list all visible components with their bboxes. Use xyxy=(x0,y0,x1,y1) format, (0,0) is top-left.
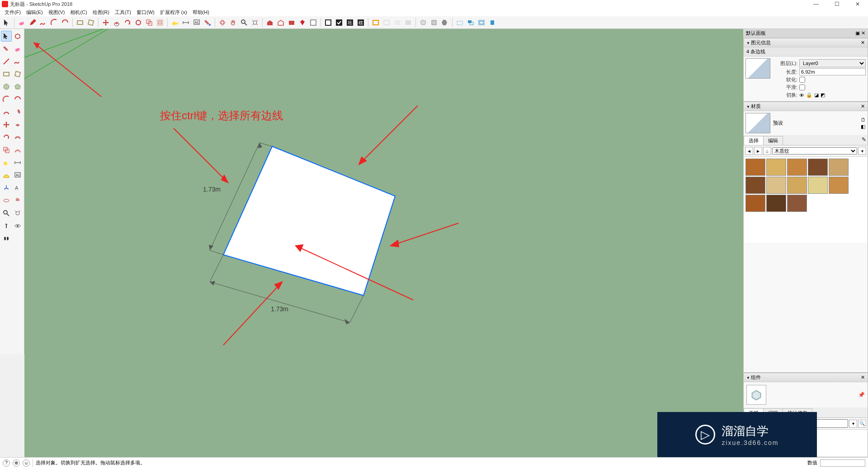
section-plane-icon[interactable] xyxy=(371,18,381,28)
rectangle-icon[interactable] xyxy=(75,18,85,28)
zoom-tool-icon[interactable] xyxy=(1,208,12,219)
move-icon[interactable] xyxy=(101,18,111,28)
pin-icon[interactable]: 📌 xyxy=(858,392,865,398)
text-tool-icon[interactable]: A1 xyxy=(13,170,24,181)
walk-tool-icon[interactable] xyxy=(1,233,12,244)
warehouse2-icon[interactable] xyxy=(276,18,286,28)
lookaround-tool-icon[interactable] xyxy=(1,220,12,231)
orbit-tool-icon[interactable] xyxy=(1,195,12,206)
solid-intersect-icon[interactable] xyxy=(429,18,439,28)
rotated-rect-icon[interactable] xyxy=(86,18,96,28)
arc2-icon[interactable] xyxy=(60,18,70,28)
arc2-tool-icon[interactable] xyxy=(13,94,24,105)
scale-tool-icon[interactable] xyxy=(1,145,12,155)
section-tool-icon[interactable] xyxy=(13,233,24,244)
followme-icon[interactable] xyxy=(133,18,143,28)
layout-icon[interactable] xyxy=(308,18,318,28)
arc-tool-icon[interactable] xyxy=(1,94,12,105)
close-panel-icon[interactable]: ✕ xyxy=(861,30,865,36)
eraser-tool-icon[interactable] xyxy=(13,43,24,54)
close-icon[interactable]: ✕ xyxy=(861,40,865,46)
minimize-button[interactable]: — xyxy=(806,0,826,8)
rect-tool-icon[interactable] xyxy=(1,69,12,80)
rotrect-tool-icon[interactable] xyxy=(13,69,24,80)
extension-icon[interactable] xyxy=(287,18,297,28)
style1-icon[interactable] xyxy=(323,18,333,28)
default-panel-header[interactable]: 默认面板 ▣ ✕ xyxy=(743,29,868,38)
length-field[interactable] xyxy=(799,68,866,75)
menu-view[interactable]: 视图(V) xyxy=(46,9,68,16)
pushpull-icon[interactable] xyxy=(112,18,122,28)
select-tool-icon[interactable] xyxy=(2,18,12,28)
line-tool-icon[interactable] xyxy=(1,56,12,67)
menu-tools[interactable]: 工具(T) xyxy=(112,9,134,16)
material-swatch[interactable] xyxy=(745,177,765,194)
rotate-tool-icon[interactable] xyxy=(1,132,12,143)
user-icon[interactable]: ☺ xyxy=(23,459,30,467)
solid-union-icon[interactable] xyxy=(440,18,450,28)
rotate-icon[interactable] xyxy=(123,18,132,28)
move-tool-icon[interactable] xyxy=(1,119,12,130)
materials-header[interactable]: 材质✕ xyxy=(744,102,868,111)
menu-extensions[interactable]: 扩展程序 (x) xyxy=(157,9,190,16)
text-icon[interactable]: A1 xyxy=(192,18,202,28)
pie-tool-icon[interactable] xyxy=(13,107,24,117)
tape-icon[interactable] xyxy=(170,18,180,28)
cast-icon[interactable]: ◩ xyxy=(821,92,825,98)
zoom-extents-icon[interactable] xyxy=(250,18,260,28)
default-material-icon[interactable]: ◧ xyxy=(861,124,866,130)
forward-icon[interactable]: ► xyxy=(754,147,762,155)
details-icon[interactable]: ▾ xyxy=(849,420,857,428)
axes-tool-icon[interactable] xyxy=(1,183,12,193)
solid-outer-icon[interactable] xyxy=(418,18,428,28)
arc-icon[interactable] xyxy=(49,18,59,28)
orbit-icon[interactable] xyxy=(217,18,227,28)
style3-icon[interactable]: 坯 xyxy=(345,18,355,28)
material-swatch[interactable] xyxy=(766,159,786,176)
current-material-swatch[interactable] xyxy=(745,113,770,133)
back-icon[interactable]: ◄ xyxy=(745,147,753,155)
shadow-icon[interactable]: ◪ xyxy=(814,92,819,98)
freehand-tool-icon[interactable] xyxy=(13,56,24,67)
paint-bucket-icon[interactable] xyxy=(1,43,12,54)
material-swatch[interactable] xyxy=(745,195,765,212)
material-swatch[interactable] xyxy=(829,177,849,194)
pan-icon[interactable] xyxy=(228,18,238,28)
entity-info-header[interactable]: 图元信息✕ xyxy=(744,38,868,47)
menu-draw[interactable]: 绘图(R) xyxy=(90,9,112,16)
material-swatch[interactable] xyxy=(808,159,828,176)
create-material-icon[interactable]: 🗋 xyxy=(861,117,866,122)
soften-checkbox[interactable] xyxy=(799,77,805,83)
viewport[interactable]: 按住ctrl键，选择所有边线 1.73m 1.73m xyxy=(24,29,743,457)
home-icon[interactable]: ⌂ xyxy=(763,147,771,155)
menu-icon[interactable]: ▾ xyxy=(858,147,866,155)
paint-icon[interactable] xyxy=(203,18,212,28)
select-tool-button[interactable] xyxy=(1,31,12,42)
help-icon[interactable]: ? xyxy=(3,459,10,467)
eye-tool-icon[interactable] xyxy=(13,220,24,231)
arc3-tool-icon[interactable] xyxy=(1,107,12,117)
pushpull-tool-icon[interactable] xyxy=(13,119,24,130)
pencil-icon[interactable] xyxy=(28,18,38,28)
close-icon[interactable]: ✕ xyxy=(861,374,865,380)
pan-tool-icon[interactable] xyxy=(13,195,24,206)
followme-tool-icon[interactable] xyxy=(13,132,24,143)
eyedropper-icon[interactable]: ✎ xyxy=(860,135,868,145)
view-top-icon[interactable] xyxy=(466,18,476,28)
section-display-icon[interactable] xyxy=(382,18,392,28)
menu-help[interactable]: 帮助(H) xyxy=(190,9,212,16)
dimension-tool-icon[interactable] xyxy=(13,157,24,168)
circle-tool-icon[interactable] xyxy=(1,81,12,92)
close-icon[interactable]: ✕ xyxy=(861,103,865,109)
material-swatch[interactable] xyxy=(829,159,849,176)
search-icon[interactable]: 🔍 xyxy=(858,420,866,428)
scale-icon[interactable] xyxy=(144,18,154,28)
material-swatch[interactable] xyxy=(766,195,786,212)
polygon-tool-icon[interactable] xyxy=(13,81,24,92)
visible-icon[interactable]: 👁 xyxy=(799,93,804,98)
tab-select[interactable]: 选择 xyxy=(744,136,764,145)
offset-tool-icon[interactable] xyxy=(13,145,24,155)
zoom-icon[interactable] xyxy=(239,18,249,28)
maximize-button[interactable]: ☐ xyxy=(826,0,847,8)
lock-icon[interactable]: 🔒 xyxy=(806,92,812,98)
